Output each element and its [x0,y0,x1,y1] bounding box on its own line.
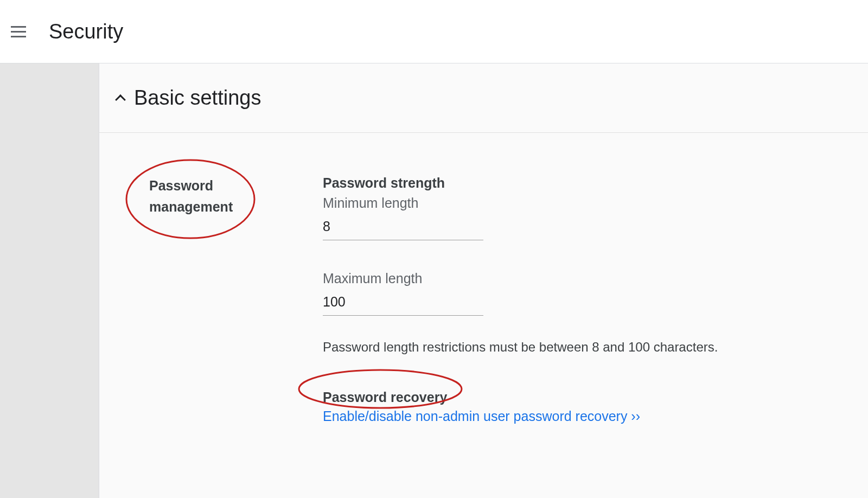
app-header: Security [0,0,868,63]
setting-name-line2: management [149,199,233,214]
setting-name-column: Password management [149,175,323,424]
password-recovery-link[interactable]: Enable/disable non-admin user password r… [323,408,640,424]
password-strength-title: Password strength [323,175,845,191]
main-panel: Basic settings Password management Passw… [99,63,868,498]
page-title: Security [49,20,123,43]
min-length-label: Minimum length [323,195,845,211]
section-title: Basic settings [134,86,261,110]
max-length-input[interactable] [323,291,483,316]
setting-fields-column: Password strength Minimum length Maximum… [323,175,845,424]
password-length-helper: Password length restrictions must be bet… [323,340,845,355]
min-length-input[interactable] [323,215,483,240]
section-header[interactable]: Basic settings [99,63,868,132]
page-layout: Basic settings Password management Passw… [0,63,868,498]
settings-body: Password management Password strength Mi… [99,133,868,447]
max-length-label: Maximum length [323,271,845,286]
setting-name-line1: Password [149,178,213,193]
sidebar-gutter [0,63,99,498]
hamburger-menu-icon[interactable] [11,24,26,39]
chevron-up-icon[interactable] [115,94,126,105]
password-recovery-title: Password recovery [323,390,845,405]
setting-name-password-management: Password management [149,175,323,218]
